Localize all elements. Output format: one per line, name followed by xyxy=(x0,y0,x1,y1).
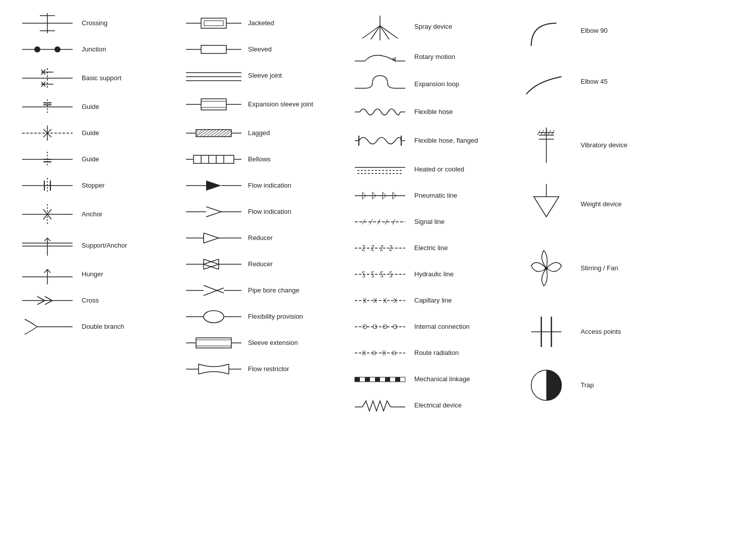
label-guide2: Guide xyxy=(82,129,179,138)
symbol-expansion-loop xyxy=(350,73,410,96)
row-electrical-device: Electrical device xyxy=(348,392,514,419)
label-mechanical-linkage: Mechanical linkage xyxy=(414,375,512,384)
symbol-flexible-hose xyxy=(350,102,410,122)
label-flow-indication2: Flow indication xyxy=(248,208,346,216)
label-flexibility-provision: Flexibility provision xyxy=(248,313,346,321)
label-rotary-motion: Rotary motion xyxy=(414,53,512,62)
row-crossing: Crossing xyxy=(15,10,181,36)
symbol-anchor xyxy=(17,202,78,227)
symbol-vibratory-device xyxy=(516,125,577,165)
row-hunger: Hunger xyxy=(15,261,181,287)
row-guide2: Guide xyxy=(15,120,181,146)
symbol-junction xyxy=(17,39,78,60)
label-flexible-hose: Flexible hose xyxy=(414,108,512,116)
label-junction: Junction xyxy=(82,45,179,54)
svg-line-117 xyxy=(380,26,389,39)
row-electric-line: Electric line xyxy=(348,235,514,261)
row-flow-restrictor: Flow restrictor xyxy=(181,356,348,382)
symbol-reducer1 xyxy=(183,228,244,248)
svg-rect-173 xyxy=(375,377,380,382)
row-rotary-motion: Rotary motion xyxy=(348,44,514,70)
label-elbow-90: Elbow 90 xyxy=(581,27,678,35)
label-support-anchor: Support/Anchor xyxy=(82,242,179,250)
col1: Crossing Junction xyxy=(15,10,181,419)
row-elbow-90: Elbow 90 xyxy=(514,10,680,51)
symbol-hydraulic-line xyxy=(350,267,410,282)
symbol-flexibility-provision xyxy=(183,307,244,327)
svg-point-5 xyxy=(34,46,40,52)
svg-line-39 xyxy=(47,238,50,241)
label-electrical-device: Electrical device xyxy=(414,401,512,410)
svg-line-45 xyxy=(45,297,52,301)
row-pneumatic-line: Pneumatic line xyxy=(348,183,514,209)
svg-line-43 xyxy=(47,269,50,273)
label-flow-indication1: Flow indication xyxy=(248,182,346,190)
row-guide3: Guide xyxy=(15,146,181,172)
label-capillary-line: Capillary line xyxy=(414,297,512,305)
label-internal-connection: Internal connection xyxy=(414,323,512,331)
svg-line-47 xyxy=(37,297,45,301)
symbol-cross xyxy=(17,290,78,311)
label-reducer2: Reducer xyxy=(248,260,346,269)
row-anchor: Anchor xyxy=(15,199,181,230)
label-expansion-sleeve-joint: Expansion sleeve joint xyxy=(248,100,346,109)
symbol-internal-connection xyxy=(350,319,410,334)
row-expansion-loop: Expansion loop xyxy=(348,70,514,99)
label-cross: Cross xyxy=(82,297,179,305)
row-flexibility-provision: Flexibility provision xyxy=(181,304,348,330)
row-trap: Trap xyxy=(514,362,680,408)
label-sleeved: Sleeved xyxy=(248,45,346,54)
svg-point-6 xyxy=(54,46,60,52)
symbol-flow-indication1 xyxy=(183,175,244,196)
row-internal-connection: Internal connection xyxy=(348,314,514,340)
svg-line-48 xyxy=(37,301,45,305)
page: Crossing Junction xyxy=(0,0,756,533)
svg-line-38 xyxy=(44,238,47,241)
label-trap: Trap xyxy=(581,381,678,390)
row-flexible-hose: Flexible hose xyxy=(348,99,514,125)
symbol-spray-device xyxy=(350,13,410,41)
col4: Elbow 90 Elbow 45 xyxy=(514,10,680,419)
row-elbow-45: Elbow 45 xyxy=(514,62,680,102)
row-vibratory-device: Vibratory device xyxy=(514,122,680,168)
symbol-rotary-motion xyxy=(350,47,410,67)
symbol-capillary-line xyxy=(350,293,410,308)
col2: Jacketed Sleeved Sleeve jo xyxy=(181,10,348,419)
symbol-stopper xyxy=(17,175,78,196)
label-route-radiation: Route radiation xyxy=(414,349,512,358)
label-guide1: Guide xyxy=(82,103,179,111)
label-guide3: Guide xyxy=(82,155,179,164)
row-stirring-fan: Stirring / Fan xyxy=(514,245,680,291)
svg-rect-53 xyxy=(204,21,223,26)
symbol-double-branch xyxy=(17,317,78,337)
row-cross: Cross xyxy=(15,287,181,314)
row-weight-device: Weight device xyxy=(514,179,680,230)
row-access-points: Access points xyxy=(514,307,680,357)
label-electric-line: Electric line xyxy=(414,244,512,253)
symbol-elbow-90 xyxy=(516,13,577,48)
svg-line-42 xyxy=(44,269,47,273)
row-heated-cooled: Heated or cooled xyxy=(348,156,514,183)
row-double-branch: Double branch xyxy=(15,314,181,340)
symbol-pneumatic-line xyxy=(350,188,410,203)
row-hydraulic-line: Hydraulic line xyxy=(348,261,514,287)
symbol-sleeved xyxy=(183,39,244,60)
row-stopper: Stopper xyxy=(15,172,181,199)
symbol-mechanical-linkage xyxy=(350,373,410,386)
label-anchor: Anchor xyxy=(82,210,179,219)
row-reducer2: Reducer xyxy=(181,251,348,277)
row-support-anchor: Support/Anchor xyxy=(15,230,181,261)
label-reducer1: Reducer xyxy=(248,234,346,243)
label-lagged: Lagged xyxy=(248,129,346,138)
symbol-stirring-fan xyxy=(516,248,577,288)
svg-rect-62 xyxy=(201,99,226,110)
row-flexible-hose-flanged: Flexible hose, flanged xyxy=(348,125,514,156)
symbol-signal-line xyxy=(350,214,410,229)
label-flow-restrictor: Flow restrictor xyxy=(248,365,346,374)
row-flow-indication2: Flow indication xyxy=(181,199,348,225)
symbol-hunger xyxy=(17,264,78,284)
symbol-electric-line xyxy=(350,241,410,256)
symbol-sleeve-extension xyxy=(183,333,244,353)
row-route-radiation: Route radiation xyxy=(348,340,514,366)
row-lagged: Lagged xyxy=(181,120,348,146)
